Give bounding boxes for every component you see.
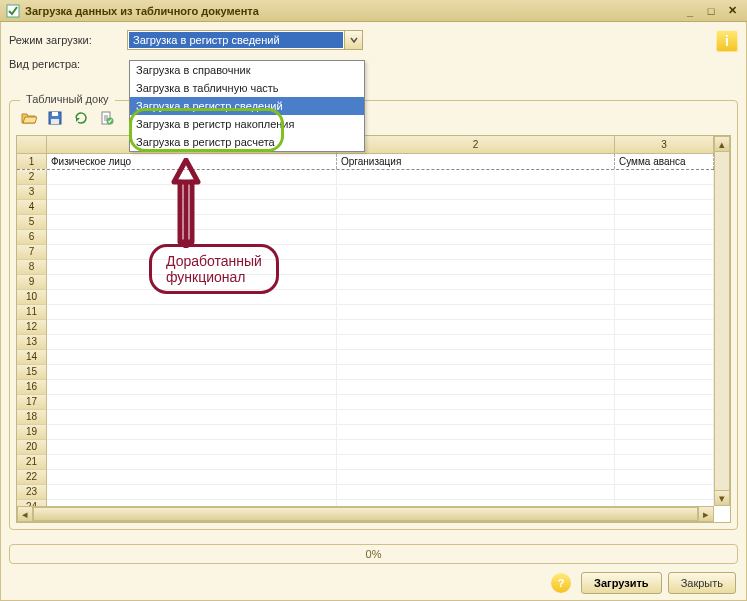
cell[interactable] xyxy=(47,425,337,440)
cell[interactable] xyxy=(47,245,337,260)
row-number[interactable]: 2 xyxy=(17,170,47,185)
mode-option-1[interactable]: Загрузка в табличную часть xyxy=(130,79,364,97)
cell[interactable] xyxy=(337,365,615,380)
cell[interactable] xyxy=(337,185,615,200)
table-row[interactable]: 10 xyxy=(17,290,714,305)
row-number[interactable]: 23 xyxy=(17,485,47,500)
cell[interactable] xyxy=(615,350,714,365)
mode-option-0[interactable]: Загрузка в справочник xyxy=(130,61,364,79)
table-row[interactable]: 12 xyxy=(17,320,714,335)
table-row[interactable]: 22 xyxy=(17,470,714,485)
cell[interactable] xyxy=(47,305,337,320)
table-row[interactable]: 23 xyxy=(17,485,714,500)
table-row[interactable]: 19 xyxy=(17,425,714,440)
row-number[interactable]: 3 xyxy=(17,185,47,200)
close-window-button[interactable]: ✕ xyxy=(723,4,741,18)
cell[interactable] xyxy=(337,290,615,305)
table-row[interactable]: 21 xyxy=(17,455,714,470)
table-row[interactable]: 15 xyxy=(17,365,714,380)
open-file-button[interactable] xyxy=(18,107,40,129)
cell[interactable] xyxy=(615,485,714,500)
cell[interactable] xyxy=(337,485,615,500)
cell[interactable] xyxy=(615,380,714,395)
fill-control-button[interactable] xyxy=(96,107,118,129)
cell[interactable] xyxy=(337,275,615,290)
cell[interactable] xyxy=(615,290,714,305)
cell[interactable] xyxy=(47,440,337,455)
cell[interactable] xyxy=(47,410,337,425)
maximize-button[interactable]: □ xyxy=(702,4,720,18)
cell[interactable] xyxy=(47,470,337,485)
table-row[interactable]: 11 xyxy=(17,305,714,320)
row-number[interactable]: 14 xyxy=(17,350,47,365)
cell[interactable] xyxy=(47,290,337,305)
row-number[interactable]: 10 xyxy=(17,290,47,305)
mode-option-2[interactable]: Загрузка в регистр сведений xyxy=(130,97,364,115)
row-number[interactable]: 5 xyxy=(17,215,47,230)
col-num-2[interactable]: 2 xyxy=(337,136,615,153)
cell[interactable] xyxy=(615,395,714,410)
cell[interactable] xyxy=(615,230,714,245)
cell[interactable] xyxy=(47,170,337,185)
cell[interactable] xyxy=(337,170,615,185)
cell[interactable] xyxy=(337,215,615,230)
scroll-right-button[interactable]: ▸ xyxy=(698,506,714,522)
row-number[interactable]: 22 xyxy=(17,470,47,485)
table-row[interactable]: 2 xyxy=(17,170,714,185)
cell[interactable] xyxy=(615,215,714,230)
cell[interactable] xyxy=(337,395,615,410)
scroll-left-button[interactable]: ◂ xyxy=(17,506,33,522)
refresh-button[interactable] xyxy=(70,107,92,129)
table-row[interactable]: 7 xyxy=(17,245,714,260)
cell[interactable] xyxy=(337,470,615,485)
cell[interactable] xyxy=(337,350,615,365)
table-row[interactable]: 4 xyxy=(17,200,714,215)
table-row[interactable]: 3 xyxy=(17,185,714,200)
row-number[interactable]: 11 xyxy=(17,305,47,320)
mode-combo[interactable]: Загрузка в регистр сведений xyxy=(127,30,363,50)
table-row[interactable]: 13 xyxy=(17,335,714,350)
hscroll-track[interactable] xyxy=(33,506,698,522)
cell[interactable] xyxy=(337,230,615,245)
mode-dropdown-button[interactable] xyxy=(344,31,362,49)
row-num-1[interactable]: 1 xyxy=(17,154,47,169)
horizontal-scrollbar[interactable]: ◂ ▸ xyxy=(17,506,714,522)
field-header-3[interactable]: Сумма аванса xyxy=(615,154,714,169)
cell[interactable] xyxy=(47,200,337,215)
row-number[interactable]: 16 xyxy=(17,380,47,395)
cell[interactable] xyxy=(337,335,615,350)
mode-option-4[interactable]: Загрузка в регистр расчета xyxy=(130,133,364,151)
cell[interactable] xyxy=(615,260,714,275)
cell[interactable] xyxy=(337,425,615,440)
cell[interactable] xyxy=(47,335,337,350)
vertical-scrollbar[interactable]: ▴ ▾ xyxy=(714,136,730,506)
cell[interactable] xyxy=(337,380,615,395)
row-number[interactable]: 15 xyxy=(17,365,47,380)
cell[interactable] xyxy=(615,275,714,290)
table-row[interactable]: 9 xyxy=(17,275,714,290)
cell[interactable] xyxy=(47,215,337,230)
cell[interactable] xyxy=(47,455,337,470)
cell[interactable] xyxy=(337,305,615,320)
cell[interactable] xyxy=(47,380,337,395)
cell[interactable] xyxy=(615,200,714,215)
load-button[interactable]: Загрузить xyxy=(581,572,662,594)
col-num-3[interactable]: 3 xyxy=(615,136,714,153)
table-row[interactable]: 16 xyxy=(17,380,714,395)
row-number[interactable]: 12 xyxy=(17,320,47,335)
table-row[interactable]: 20 xyxy=(17,440,714,455)
table-row[interactable]: 8 xyxy=(17,260,714,275)
cell[interactable] xyxy=(615,305,714,320)
field-header-1[interactable]: Физическое лицо xyxy=(47,154,337,169)
cell[interactable] xyxy=(615,470,714,485)
minimize-button[interactable]: _ xyxy=(681,4,699,18)
cell[interactable] xyxy=(337,440,615,455)
row-number[interactable]: 13 xyxy=(17,335,47,350)
vscroll-track[interactable] xyxy=(714,152,730,490)
table-row[interactable]: 17 xyxy=(17,395,714,410)
cell[interactable] xyxy=(47,320,337,335)
cell[interactable] xyxy=(615,425,714,440)
help-question-button[interactable]: ? xyxy=(551,573,571,593)
cell[interactable] xyxy=(47,260,337,275)
cell[interactable] xyxy=(337,410,615,425)
